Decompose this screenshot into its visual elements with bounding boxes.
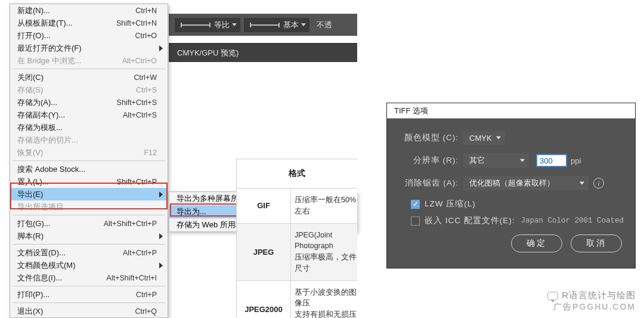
tiff-icc-checkbox[interactable]: 嵌入 ICC 配置文件(E): Japan Color 2001 Coated [411, 215, 624, 226]
tiff-res-unit: ppi [571, 156, 581, 165]
watermark: R语言统计与绘图 广告PGGHU.COM [547, 289, 636, 313]
file-menu-item[interactable]: 打包(G)...Alt+Shift+Ctrl+P [10, 217, 168, 230]
file-menu-item[interactable]: 文档设置(D)...Alt+Ctrl+P [10, 246, 168, 259]
toolbar-scale-select[interactable]: 等比 [175, 18, 240, 32]
file-menu-item[interactable]: 新建(N)...Ctrl+N [10, 4, 168, 17]
tiff-dialog-title: TIFF 选项 [387, 103, 635, 119]
chevron-right-icon [159, 192, 163, 197]
document-tab[interactable]: CMYK/GPU 预览) [169, 43, 357, 62]
file-menu-item[interactable]: 打印(P)...Ctrl+P [10, 288, 168, 301]
tiff-res-select[interactable]: 其它 [463, 153, 529, 168]
toolbar-basic-select[interactable]: 基本 [244, 18, 309, 32]
file-menu-item[interactable]: 存储副本(Y)...Alt+Ctrl+S [10, 109, 168, 121]
info-icon[interactable]: i [593, 178, 604, 189]
tiff-dialog: TIFF 选项 颜色模型 (C): CMYK 分辨率 (R): 其它 ppi 消… [386, 103, 636, 268]
tiff-color-select[interactable]: CMYK [463, 131, 505, 145]
chevron-right-icon [159, 45, 163, 51]
app-toolbar: 等比 基本 不透 [169, 14, 357, 36]
tiff-aa-label: 消除锯齿 (A): [398, 178, 463, 189]
file-menu-item[interactable]: 关闭(C)Ctrl+W [10, 71, 168, 84]
format-panel: 格式 GIF压缩率一般在50%左右JPEGJPEG(Joint Photogra… [236, 159, 357, 318]
tiff-lzw-checkbox[interactable]: LZW 压缩(L) [411, 199, 624, 209]
tiff-color-label: 颜色模型 (C): [398, 132, 463, 143]
file-menu-item[interactable]: 文件信息(I)...Alt+Shift+Ctrl+I [10, 271, 168, 284]
file-menu-item[interactable]: 打开(O)...Ctrl+O [10, 29, 168, 42]
file-menu-item[interactable]: 搜索 Adobe Stock... [10, 163, 168, 175]
format-row: JPEG2000基于小波变换的图像压支持有损和无损压缩。 [237, 281, 357, 319]
tiff-aa-select[interactable]: 优化图稿（超像素取样） [463, 176, 589, 190]
ok-button[interactable]: 确定 [511, 234, 562, 252]
toolbar-trailing-text: 不透 [317, 20, 332, 30]
file-menu-item[interactable]: 脚本(R) [10, 230, 168, 242]
file-menu-item[interactable]: 导出(E) [10, 188, 168, 200]
tiff-res-input[interactable] [536, 154, 567, 167]
file-menu-item[interactable]: 退出(X)Ctrl+Q [10, 305, 168, 317]
file-menu-item[interactable]: 存储为模板... [10, 121, 168, 134]
file-menu: 新建(N)...Ctrl+N从模板新建(T)...Shift+Ctrl+N打开(… [10, 4, 168, 318]
format-row: JPEGJPEG(Joint Photograph压缩率极高，文件尺寸 [237, 224, 357, 281]
chevron-right-icon [159, 263, 163, 268]
chevron-right-icon [159, 233, 163, 239]
file-menu-item[interactable]: 文档颜色模式(M) [10, 259, 168, 271]
file-menu-item: 恢复(V)F12 [10, 146, 168, 159]
file-menu-item[interactable]: 从模板新建(T)...Shift+Ctrl+N [10, 17, 168, 29]
file-menu-item: 导出所选项目... [10, 200, 168, 213]
file-menu-item[interactable]: 最近打开的文件(F) [10, 42, 168, 54]
format-header: 格式 [237, 159, 357, 189]
file-menu-item: 存储(S)Ctrl+S [10, 84, 168, 96]
file-menu-item[interactable]: 存储为(A)...Shift+Ctrl+S [10, 96, 168, 109]
format-row: GIF压缩率一般在50%左右 [237, 189, 357, 224]
tiff-res-label: 分辨率 (R): [398, 155, 463, 166]
file-menu-item[interactable]: 置入(L)...Shift+Ctrl+P [10, 175, 168, 188]
file-menu-item: 在 Bridge 中浏览...Alt+Ctrl+O [10, 54, 168, 67]
cancel-button[interactable]: 取消 [571, 234, 622, 252]
file-menu-item: 存储选中的切片... [10, 134, 168, 146]
